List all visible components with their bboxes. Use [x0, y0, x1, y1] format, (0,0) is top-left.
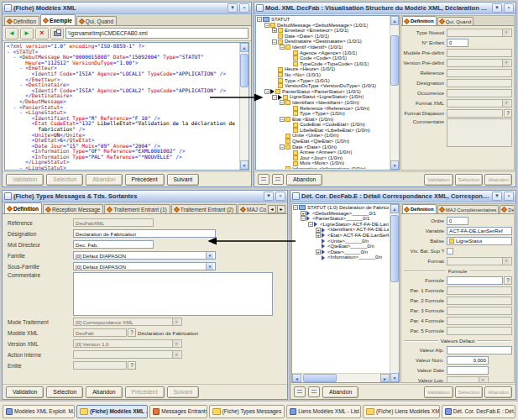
- scroll-up-icon[interactable]: ▲: [390, 16, 399, 25]
- scroll-left-icon[interactable]: ◄: [292, 374, 301, 382]
- variable-field[interactable]: ACT-FA-DE.LanSerRef: [447, 227, 512, 235]
- chevron-down-icon[interactable]: ▼: [264, 192, 274, 201]
- vertical-scrollbar[interactable]: ▲ ▼: [390, 204, 399, 382]
- tree-node[interactable]: +Emetteur <Emetteur> (1/0/1): [257, 28, 389, 34]
- tab-maj-complementaire[interactable]: MAJ Complémentaire: [238, 204, 266, 213]
- tree-node[interactable]: −STATUT (1.0) Déclaration de Fabrication: [293, 205, 389, 211]
- collapse-minus-icon[interactable]: −: [280, 100, 285, 105]
- tree-node[interactable]: −Identif <Identif> (1/0/1): [257, 45, 389, 50]
- panel-titlebar[interactable]: (Fiche) Types Messages & Tds. Sortantes …: [3, 191, 287, 202]
- panel-titlebar[interactable]: Dét. Cor. DecFab.E : Détail Correspondan…: [290, 191, 515, 202]
- tree-node[interactable]: −Type <Type> (1/0/1): [257, 78, 389, 84]
- tab-scroll-right-button[interactable]: ►: [277, 205, 285, 213]
- collapse-minus-icon[interactable]: −: [293, 205, 298, 210]
- tree-node[interactable]: −Destinataire <Destinataire> (1/0/1): [257, 39, 389, 45]
- selection-button[interactable]: Sélection: [46, 386, 83, 398]
- scrollbar-track[interactable]: [240, 52, 249, 160]
- panel-titlebar[interactable]: Mod. XML DecFab : Visualisation Structur…: [254, 3, 515, 14]
- scroll-down-icon[interactable]: ▼: [390, 160, 399, 170]
- famille-select[interactable]: [0] Défaut DIAPASON▼: [73, 251, 216, 260]
- view-grid-button[interactable]: [308, 386, 320, 397]
- forward-button[interactable]: ►: [20, 28, 34, 39]
- tab-definition[interactable]: Définition: [402, 204, 437, 213]
- scrollbar-thumb[interactable]: [390, 215, 399, 282]
- suivant-button[interactable]: Suivant: [167, 174, 200, 186]
- collapse-minus-icon[interactable]: −: [308, 222, 313, 227]
- tab-qui-quand[interactable]: Qui, Quand: [76, 16, 117, 25]
- collapse-minus-icon[interactable]: −: [280, 144, 285, 150]
- collapse-minus-icon[interactable]: −: [301, 216, 306, 221]
- tree-node[interactable]: −No <No> (1/0/1): [257, 72, 389, 78]
- taskbar-item-fiche-liens-modeles-xml[interactable]: (Fiche) Liens Modèles XML: [363, 405, 440, 418]
- close-icon[interactable]: ×: [504, 3, 514, 13]
- scroll-down-icon[interactable]: ▼: [390, 373, 399, 382]
- scroll-down-icon[interactable]: ▼: [240, 160, 249, 170]
- tree-node[interactable]: −Jour <Jour> (1/0/n): [257, 155, 389, 161]
- scrollbar-track[interactable]: [390, 213, 399, 373]
- tab-definition[interactable]: Définition: [402, 16, 437, 25]
- tab-definition-balise[interactable]: Définition Balise: [500, 205, 514, 213]
- tree-node[interactable]: −<PanierStatut>______0/1: [293, 216, 389, 222]
- vertical-scrollbar[interactable]: ▲ ▼: [239, 43, 249, 170]
- abandon-button[interactable]: Abandon: [86, 386, 122, 398]
- tree-node[interactable]: +<Date>______0/n: [293, 249, 389, 255]
- tree-node[interactable]: −Mois <Mois> (1/0/n): [257, 160, 389, 166]
- chevron-down-icon[interactable]: ▼: [492, 192, 502, 201]
- tree-node[interactable]: −Identifiant <Identifiant> (1/0/n): [257, 100, 389, 106]
- expand-plus-icon[interactable]: +: [272, 28, 277, 33]
- back-button[interactable]: ◄: [5, 28, 18, 39]
- vis-bal-sup-checkbox[interactable]: [447, 248, 453, 255]
- help-button[interactable]: ?: [128, 361, 136, 370]
- tab-definition[interactable]: Définition: [4, 16, 39, 25]
- scrollbar-track[interactable]: [390, 25, 399, 160]
- tree-node[interactable]: +<DebutMessage>______0/1: [293, 211, 389, 217]
- print-button[interactable]: [50, 28, 64, 39]
- collapse-minus-icon[interactable]: −: [272, 39, 277, 45]
- taskbar-item-fiche-modeles-xml[interactable]: (Fiche) Modèles XML ...: [76, 405, 148, 418]
- panel-titlebar[interactable]: (Fiche) Modèles XML ▼ ×: [3, 3, 251, 14]
- expand-plus-icon[interactable]: +: [301, 211, 306, 216]
- collapse-minus-icon[interactable]: −: [272, 95, 277, 100]
- abandon-button[interactable]: Abandon: [322, 386, 358, 398]
- tree-node[interactable]: −Unite <Unite> (1/0/n): [257, 133, 389, 139]
- tree-node[interactable]: −Reference <Reference> (1/0/n): [257, 106, 389, 112]
- valeur-alp-field[interactable]: [447, 346, 512, 354]
- chevron-down-icon[interactable]: ▼: [492, 3, 502, 13]
- sous-famille-select[interactable]: [0] Défaut DIAPASON▼: [73, 262, 216, 270]
- tab-scroll-left-button[interactable]: ◄: [268, 205, 276, 213]
- collapse-minus-icon[interactable]: −: [264, 89, 269, 94]
- view-list-button[interactable]: [294, 386, 306, 397]
- taskbar-item-liens-modeles-xml-list[interactable]: Liens Modèles XML - List...: [286, 405, 361, 418]
- tree-node[interactable]: −<Unite>______0/n: [293, 239, 389, 244]
- tree-node[interactable]: −LibelleEtat <LibelleEtat> (1/0/n): [257, 128, 389, 134]
- balise-field[interactable]: LigneStatut: [447, 237, 512, 245]
- scrollbar-track[interactable]: [301, 374, 380, 382]
- xml-viewer[interactable]: <?xml version="1.0" encoding="ISO-8859-1…: [4, 42, 249, 171]
- file-path-input[interactable]: \\gsrvame\tmp\CMDECFAB0.xml: [65, 28, 249, 39]
- scrollbar-thumb[interactable]: [303, 374, 337, 382]
- tree-node[interactable]: −Agence <Agence> (1/0/1): [257, 50, 389, 56]
- expand-plus-icon[interactable]: +: [316, 233, 321, 238]
- precedent-button[interactable]: Précédent: [125, 174, 165, 186]
- commentaire-field[interactable]: [73, 272, 273, 316]
- tree-node[interactable]: −<LigneStatut> ACT-FA-DE.LanSerRef_C___0…: [293, 222, 389, 228]
- taskbar-item-modeles-xml-exploit-m[interactable]: Modèles XML Exploit. M...: [3, 405, 75, 418]
- tree-node[interactable]: −CodeEtat <CodeEtat> (1/0/n): [257, 122, 389, 128]
- mot-directeur-field[interactable]: Dec. Fab.: [73, 240, 154, 249]
- tree-node[interactable]: −Annee <Annee> (1/0/n): [257, 150, 389, 155]
- taskbar-item-fiche-types-messages[interactable]: (Fiche) Types Messages ...: [209, 405, 285, 418]
- scroll-up-icon[interactable]: ▲: [240, 43, 249, 52]
- tree-node[interactable]: −Code <Code> (1/0/1): [257, 55, 389, 61]
- tab-traitement-entrant-1[interactable]: Traitement Entrant (1): [104, 204, 170, 213]
- tab-definition[interactable]: Définition: [4, 202, 42, 213]
- tree-node[interactable]: −Type <Type> (1/0/n): [257, 111, 389, 117]
- expand-plus-icon[interactable]: +: [316, 249, 321, 255]
- view-list-button[interactable]: [258, 174, 269, 185]
- ordre-field[interactable]: 0: [447, 217, 468, 225]
- valeur-date-field[interactable]: [447, 366, 489, 375]
- collapse-minus-icon[interactable]: −: [280, 45, 285, 50]
- tree-node[interactable]: −Heure <Heure> (1/0/1): [257, 66, 389, 72]
- tree-node[interactable]: −TypeCode <TypeCode> (1/0/1): [257, 61, 389, 67]
- close-icon[interactable]: ×: [275, 192, 285, 201]
- collapse-minus-icon[interactable]: −: [264, 23, 269, 28]
